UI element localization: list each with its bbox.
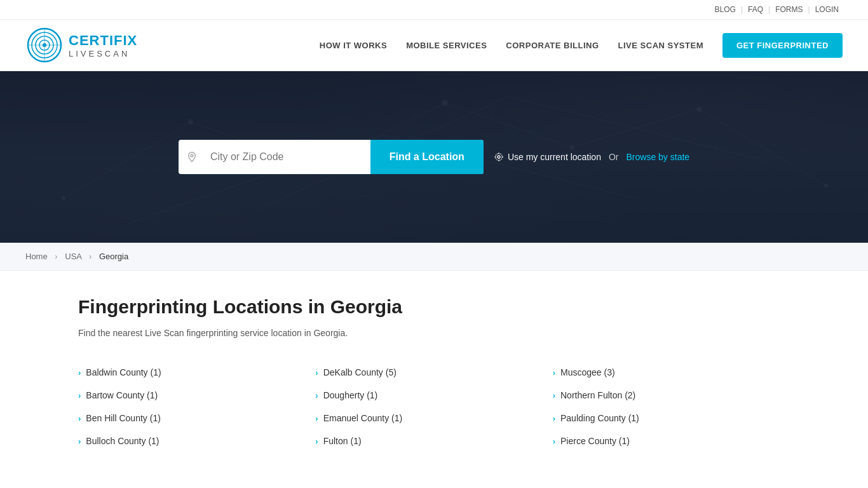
get-fingerprinted-button[interactable]: GET FINGERPRINTED [722, 33, 843, 58]
nav-how-it-works[interactable]: HOW IT WORKS [320, 41, 387, 50]
location-link[interactable]: Emanuel County (1) [323, 413, 403, 423]
faq-link[interactable]: FAQ [748, 5, 763, 14]
forms-link[interactable]: FORMS [775, 5, 803, 14]
sep1: | [741, 5, 743, 14]
location-link[interactable]: Dougherty (1) [323, 390, 378, 400]
chevron-right-icon: › [315, 437, 318, 446]
location-col-3: › Muscogee (3) › Northern Fulton (2) › P… [553, 361, 790, 452]
chevron-right-icon: › [78, 414, 81, 423]
or-text: Or [609, 152, 619, 162]
blog-link[interactable]: BLOG [715, 5, 736, 14]
list-item[interactable]: › Pierce County (1) [553, 430, 777, 452]
svg-point-26 [496, 154, 503, 161]
browse-by-state-link[interactable]: Browse by state [627, 152, 690, 162]
nav-live-scan-system[interactable]: LIVE SCAN SYSTEM [618, 41, 703, 50]
logo-certifix: CERTIFIX [69, 32, 137, 49]
chevron-right-icon: › [78, 437, 81, 446]
location-link[interactable]: Baldwin County (1) [86, 367, 161, 377]
location-link[interactable]: Muscogee (3) [560, 367, 615, 377]
location-options: Use my current location Or Browse by sta… [494, 152, 689, 162]
breadcrumb-home[interactable]: Home [25, 252, 48, 261]
sep3: | [808, 5, 810, 14]
site-header: CERTIFIX LIVESCAN HOW IT WORKS MOBILE SE… [0, 20, 868, 71]
chevron-right-icon: › [78, 368, 81, 377]
location-link[interactable]: Pierce County (1) [560, 436, 630, 446]
svg-point-25 [498, 156, 500, 158]
breadcrumb-current: Georgia [99, 252, 128, 261]
search-input[interactable] [205, 140, 370, 174]
location-link[interactable]: Paulding County (1) [560, 413, 639, 423]
main-nav: HOW IT WORKS MOBILE SERVICES CORPORATE B… [320, 33, 843, 58]
chevron-right-icon: › [78, 391, 81, 400]
chevron-right-icon: › [553, 437, 555, 446]
svg-point-6 [43, 43, 46, 47]
login-link[interactable]: LOGIN [815, 5, 839, 14]
use-location-label: Use my current location [508, 152, 601, 162]
chevron-right-icon: › [315, 414, 318, 423]
logo-icon [25, 26, 64, 64]
list-item[interactable]: › Northern Fulton (2) [553, 384, 777, 407]
breadcrumb-sep2: › [89, 252, 92, 261]
list-item[interactable]: › Ben Hill County (1) [78, 407, 302, 430]
location-link[interactable]: Bartow County (1) [86, 390, 158, 400]
location-col-1: › Baldwin County (1) › Bartow County (1)… [78, 361, 315, 452]
location-link[interactable]: Northern Fulton (2) [560, 390, 635, 400]
list-item[interactable]: › Baldwin County (1) [78, 361, 302, 384]
list-item[interactable]: › Paulding County (1) [553, 407, 777, 430]
list-item[interactable]: › Muscogee (3) [553, 361, 777, 384]
chevron-right-icon: › [315, 391, 318, 400]
svg-point-24 [191, 154, 193, 157]
top-bar: BLOG | FAQ | FORMS | LOGIN [0, 0, 868, 20]
list-item[interactable]: › Fulton (1) [315, 430, 539, 452]
location-link[interactable]: Fulton (1) [323, 436, 362, 446]
logo-livescan: LIVESCAN [69, 49, 137, 58]
chevron-right-icon: › [553, 414, 555, 423]
nav-mobile-services[interactable]: MOBILE SERVICES [406, 41, 487, 50]
sep2: | [768, 5, 770, 14]
use-current-location-button[interactable]: Use my current location [494, 152, 601, 162]
location-link[interactable]: DeKalb County (5) [323, 367, 397, 377]
list-item[interactable]: › Bulloch County (1) [78, 430, 302, 452]
chevron-right-icon: › [553, 368, 555, 377]
chevron-right-icon: › [553, 391, 555, 400]
list-item[interactable]: › Bartow County (1) [78, 384, 302, 407]
logo[interactable]: CERTIFIX LIVESCAN [25, 26, 137, 64]
gps-icon [494, 152, 504, 162]
page-title: Fingerprinting Locations in Georgia [78, 296, 790, 318]
location-link[interactable]: Bulloch County (1) [86, 436, 159, 446]
hero-content: Find a Location Use my current location … [179, 140, 689, 174]
hero-section: Find a Location Use my current location … [0, 71, 868, 243]
main-content: Fingerprinting Locations in Georgia Find… [53, 271, 815, 488]
nav-corporate-billing[interactable]: CORPORATE BILLING [506, 41, 599, 50]
logo-text: CERTIFIX LIVESCAN [69, 32, 137, 58]
list-item[interactable]: › Dougherty (1) [315, 384, 539, 407]
breadcrumb: Home › USA › Georgia [0, 243, 868, 271]
chevron-right-icon: › [315, 368, 318, 377]
list-item[interactable]: › DeKalb County (5) [315, 361, 539, 384]
breadcrumb-usa[interactable]: USA [65, 252, 81, 261]
list-item[interactable]: › Emanuel County (1) [315, 407, 539, 430]
location-link[interactable]: Ben Hill County (1) [86, 413, 161, 423]
location-pin-icon [179, 140, 205, 174]
breadcrumb-sep1: › [55, 252, 57, 261]
search-bar: Find a Location [179, 140, 484, 174]
find-location-button[interactable]: Find a Location [370, 140, 484, 174]
page-subtitle: Find the nearest Live Scan fingerprintin… [78, 328, 790, 338]
location-col-2: › DeKalb County (5) › Dougherty (1) › Em… [315, 361, 552, 452]
locations-grid: › Baldwin County (1) › Bartow County (1)… [78, 361, 790, 452]
